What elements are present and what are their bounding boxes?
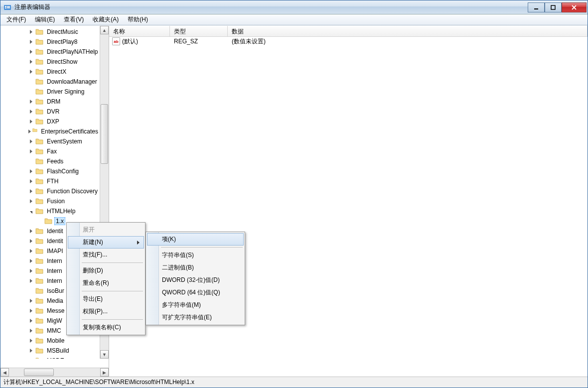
expand-toggle-icon[interactable] — [27, 277, 35, 285]
tree-item[interactable]: EnterpriseCertificates — [0, 127, 100, 136]
tree-item-label: DirectMusic — [45, 28, 80, 36]
tree-item[interactable]: DirectShow — [0, 57, 100, 67]
ctx-find[interactable]: 查找(F)... — [68, 249, 144, 261]
menu-view[interactable]: 查看(V) — [60, 14, 88, 25]
tree-item[interactable]: DirectPlay8 — [0, 37, 100, 47]
expand-toggle-icon[interactable] — [27, 168, 35, 175]
folder-icon — [35, 168, 43, 175]
expand-toggle-icon[interactable] — [27, 28, 35, 36]
expand-toggle-icon[interactable] — [27, 258, 35, 265]
list-body[interactable]: ab (默认) REG_SZ (数值未设置) — [109, 37, 588, 377]
tree-horizontal-scrollbar[interactable]: ◀ ▶ — [0, 368, 109, 377]
expand-toggle-icon[interactable] — [27, 307, 35, 315]
scroll-up-button[interactable]: ▲ — [100, 26, 109, 34]
tree-item[interactable]: Driver Signing — [0, 87, 100, 97]
expand-toggle-icon[interactable] — [27, 228, 35, 235]
scroll-track[interactable] — [9, 368, 100, 377]
maximize-button[interactable] — [545, 2, 562, 12]
context-submenu-new: 项(K) 字符串值(S) 二进制值(B) DWORD (32-位)值(D) QW… — [146, 232, 245, 325]
scroll-down-button[interactable]: ▼ — [100, 350, 109, 359]
expand-toggle-icon[interactable] — [27, 38, 35, 46]
ctx-copykey[interactable]: 复制项名称(C) — [68, 321, 144, 334]
ctx-permissions[interactable]: 权限(P)... — [68, 305, 144, 318]
expand-toggle-icon[interactable] — [27, 198, 35, 205]
scroll-thumb[interactable] — [24, 369, 54, 376]
folder-icon — [35, 238, 43, 245]
column-type[interactable]: 类型 — [170, 26, 228, 36]
scroll-right-button[interactable]: ▶ — [100, 368, 109, 377]
expand-toggle-icon[interactable] — [27, 347, 35, 355]
tree-item[interactable]: Mobile — [0, 336, 100, 346]
value-row[interactable]: ab (默认) REG_SZ (数值未设置) — [109, 37, 588, 46]
titlebar[interactable]: 注册表编辑器 — [0, 0, 588, 14]
scroll-thumb[interactable] — [101, 104, 108, 164]
expand-toggle-icon[interactable] — [27, 138, 35, 145]
expand-toggle-icon[interactable] — [27, 48, 35, 56]
tree-item[interactable]: FlashConfig — [0, 166, 100, 176]
folder-icon — [35, 208, 43, 215]
tree-item-label: Function Discovery — [45, 187, 99, 195]
expand-toggle-icon[interactable] — [27, 58, 35, 66]
minimize-button[interactable] — [528, 2, 545, 12]
svg-rect-2 — [5, 7, 6, 8]
ctx-rename[interactable]: 重命名(R) — [68, 277, 144, 289]
tree-item[interactable]: Fax — [0, 146, 100, 156]
tree-item-label: HTMLHelp — [45, 207, 77, 215]
ctx-delete[interactable]: 删除(D) — [68, 264, 144, 277]
expand-toggle-icon[interactable] — [27, 148, 35, 155]
expand-toggle-icon[interactable] — [27, 317, 35, 325]
tree-item-label: FlashConfig — [45, 167, 80, 175]
expand-toggle-icon[interactable] — [27, 178, 35, 185]
expand-toggle-icon[interactable] — [27, 208, 35, 215]
tree-item[interactable]: Fusion — [0, 196, 100, 206]
tree-item[interactable]: DRM — [0, 97, 100, 107]
expand-toggle-icon[interactable] — [27, 98, 35, 106]
column-name[interactable]: 名称 — [109, 26, 170, 36]
column-data[interactable]: 数据 — [228, 26, 588, 36]
tree-item[interactable]: DirectMusic — [0, 27, 100, 37]
tree-item[interactable]: DownloadManager — [0, 77, 100, 87]
expand-toggle-icon[interactable] — [27, 297, 35, 305]
expand-toggle-icon[interactable] — [27, 337, 35, 345]
tree-item-label: Driver Signing — [45, 88, 86, 96]
menu-file[interactable]: 文件(F) — [2, 14, 30, 25]
ctx-export[interactable]: 导出(E) — [68, 293, 144, 305]
tree-item[interactable]: Feeds — [0, 156, 100, 166]
menu-favorites[interactable]: 收藏夹(A) — [89, 14, 123, 25]
ctx-new-qword[interactable]: QWORD (64 位)值(Q) — [147, 286, 244, 299]
ctx-new-binary[interactable]: 二进制值(B) — [147, 261, 244, 274]
ctx-new-dword[interactable]: DWORD (32-位)值(D) — [147, 274, 244, 286]
tree-item[interactable]: DirectX — [0, 67, 100, 77]
expand-toggle-icon[interactable] — [27, 68, 35, 76]
tree-item[interactable]: DXP — [0, 117, 100, 127]
close-button[interactable] — [562, 2, 587, 12]
expand-toggle-icon[interactable] — [27, 118, 35, 126]
expand-toggle-icon[interactable] — [27, 238, 35, 245]
menu-edit[interactable]: 编辑(E) — [31, 14, 59, 25]
tree-item[interactable]: HTMLHelp — [0, 206, 100, 216]
expand-toggle-icon[interactable] — [27, 188, 35, 195]
menu-separator — [82, 319, 143, 320]
expand-toggle-icon[interactable] — [27, 128, 32, 135]
tree-item[interactable]: DirectPlayNATHelp — [0, 47, 100, 57]
ctx-new[interactable]: 新建(N) — [68, 236, 144, 249]
expand-toggle-icon[interactable] — [27, 267, 35, 275]
expand-toggle-icon[interactable] — [27, 248, 35, 255]
tree-item-label: DirectPlayNATHelp — [45, 48, 99, 56]
expand-toggle-icon[interactable] — [27, 327, 35, 335]
tree-item[interactable]: Function Discovery — [0, 186, 100, 196]
menu-help[interactable]: 帮助(H) — [124, 14, 152, 25]
tree-item[interactable]: EventSystem — [0, 136, 100, 146]
ctx-new-key[interactable]: 项(K) — [147, 233, 244, 246]
tree-item[interactable]: DVR — [0, 107, 100, 117]
ctx-new-expandstring[interactable]: 可扩充字符串值(E) — [147, 311, 244, 324]
ctx-new-multistring[interactable]: 多字符串值(M) — [147, 299, 244, 311]
tree-item[interactable]: MSBuild — [0, 346, 100, 356]
tree-item[interactable]: FTH — [0, 176, 100, 186]
scroll-left-button[interactable]: ◀ — [0, 368, 9, 377]
folder-icon — [35, 78, 43, 85]
tree-item[interactable]: MSDE — [0, 356, 100, 359]
ctx-new-string[interactable]: 字符串值(S) — [147, 249, 244, 261]
expand-toggle-icon[interactable] — [27, 357, 35, 359]
expand-toggle-icon[interactable] — [27, 108, 35, 116]
